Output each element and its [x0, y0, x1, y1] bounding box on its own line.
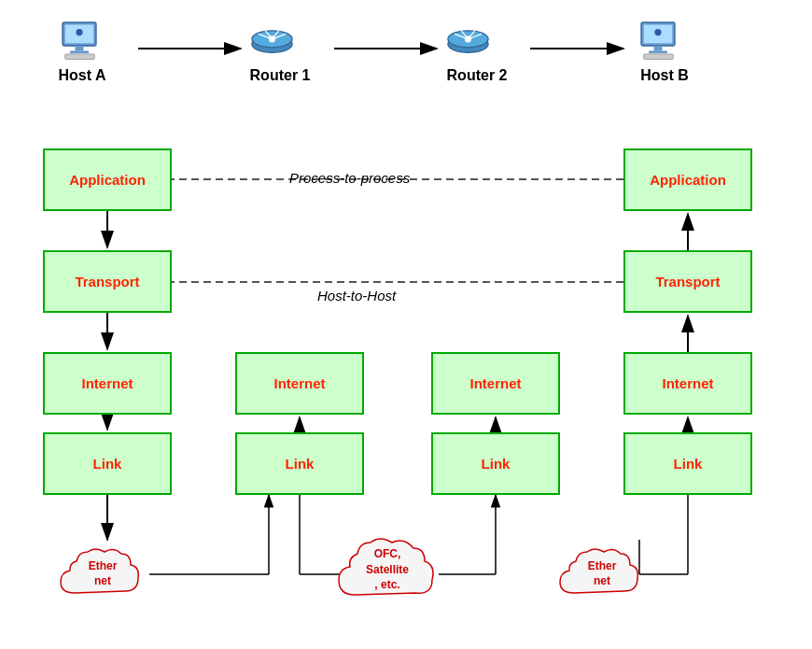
transport-left-box: Transport — [43, 250, 172, 313]
router1-icon — [246, 21, 298, 66]
svg-rect-27 — [644, 54, 674, 59]
svg-point-15 — [269, 35, 275, 42]
svg-rect-5 — [76, 46, 84, 50]
host-to-host-label: Host-to-Host — [317, 288, 396, 303]
host-a-label: Host A — [45, 67, 119, 84]
link-r1-box: Link — [235, 432, 364, 495]
cloud-center: OFC,Satellite, etc. — [331, 528, 443, 612]
application-left-box: Application — [43, 148, 172, 211]
svg-rect-25 — [654, 46, 663, 50]
application-right-box: Application — [623, 148, 752, 211]
svg-rect-26 — [649, 50, 667, 53]
host-b-label: Host B — [627, 67, 702, 84]
cloud-right: Ethernet — [555, 537, 649, 612]
internet-right-box: Internet — [623, 352, 752, 415]
internet-r1-box: Internet — [235, 352, 364, 415]
link-right-box: Link — [623, 432, 752, 495]
router1-label: Router 1 — [238, 67, 322, 84]
svg-point-22 — [465, 35, 471, 42]
svg-rect-6 — [70, 50, 89, 53]
svg-point-28 — [654, 29, 661, 35]
router2-label: Router 2 — [435, 67, 519, 84]
svg-rect-7 — [65, 54, 95, 59]
host-b-icon — [637, 21, 688, 66]
cloud-left: Ethernet — [56, 537, 149, 612]
internet-left-box: Internet — [43, 352, 172, 415]
router2-icon — [442, 21, 494, 66]
transport-right-box: Transport — [623, 250, 752, 313]
svg-point-8 — [76, 29, 82, 35]
internet-r2-box: Internet — [431, 352, 560, 415]
link-left-box: Link — [43, 432, 172, 495]
network-diagram: Host A Router 1 Router 2 — [0, 0, 812, 649]
link-r2-box: Link — [431, 432, 560, 495]
process-to-process-label: Process-to-process — [289, 170, 410, 186]
host-a-icon — [58, 21, 109, 66]
